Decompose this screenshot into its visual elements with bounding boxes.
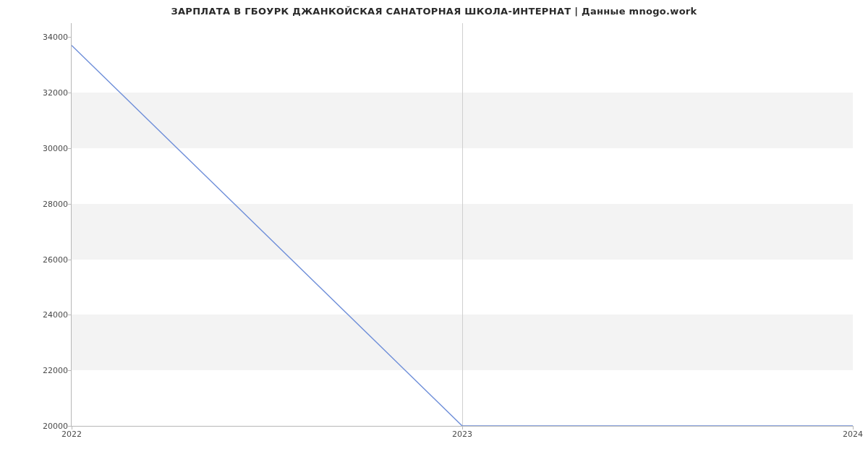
y-tick-label: 22000 [10,366,68,375]
plot-area [72,23,853,426]
y-tick-mark [68,370,72,371]
salary-line-chart: ЗАРПЛАТА В ГБОУРК ДЖАНКОЙСКАЯ САНАТОРНАЯ… [0,0,868,470]
data-line [72,23,853,426]
x-tick-mark [462,426,463,430]
x-tick-label: 2023 [452,430,472,439]
y-tick-mark [68,93,72,93]
y-tick-mark [68,148,72,149]
y-tick-label: 32000 [10,88,68,98]
y-tick-mark [68,315,72,315]
x-tick-label: 2024 [843,430,863,439]
y-tick-label: 28000 [10,199,68,208]
y-tick-mark [68,204,72,205]
y-tick-mark [68,37,72,38]
x-tick-mark [853,426,854,430]
y-tick-label: 34000 [10,33,68,42]
y-tick-label: 30000 [10,143,68,153]
y-tick-label: 24000 [10,310,68,320]
y-axis-line [71,23,72,426]
y-tick-label: 20000 [10,422,68,431]
y-tick-mark [68,260,72,260]
chart-title: ЗАРПЛАТА В ГБОУРК ДЖАНКОЙСКАЯ САНАТОРНАЯ… [0,6,868,17]
y-tick-label: 26000 [10,255,68,264]
x-tick-label: 2022 [61,430,82,439]
x-tick-mark [72,426,72,430]
